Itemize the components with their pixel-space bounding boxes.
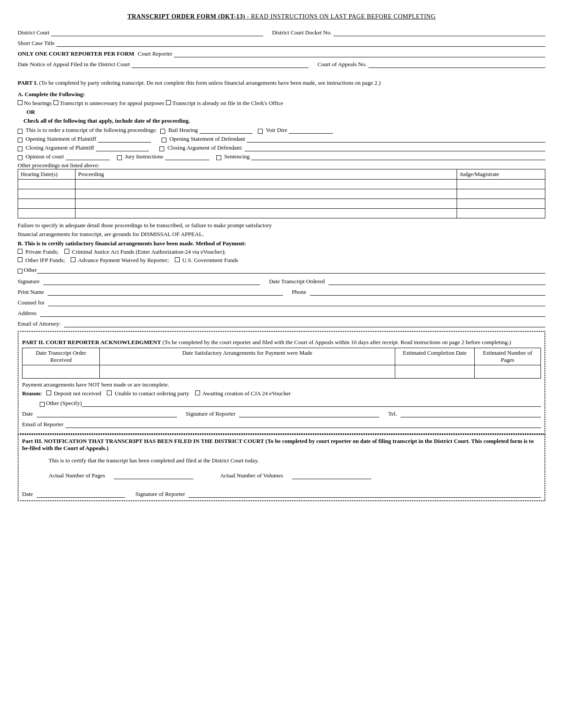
deposit-not-received-label: Deposit not received bbox=[54, 390, 102, 397]
advance-payment-checkbox[interactable] bbox=[71, 257, 76, 262]
sentencing-label: Sentencing bbox=[224, 153, 250, 160]
opening-defendant-field[interactable] bbox=[247, 135, 545, 143]
hearing-table: Hearing Date(s) Proceeding Judge/Magistr… bbox=[18, 169, 545, 218]
other-label: Other bbox=[24, 266, 37, 274]
other-checkbox[interactable] bbox=[18, 269, 23, 274]
other-specify-field[interactable] bbox=[82, 399, 541, 407]
other-field[interactable] bbox=[37, 266, 545, 274]
email-reporter-field[interactable] bbox=[65, 420, 541, 428]
or-label: OR bbox=[26, 109, 545, 116]
other-specify-checkbox[interactable] bbox=[40, 402, 45, 407]
cja-funds-checkbox[interactable] bbox=[64, 249, 69, 254]
opening-plaintiff-checkbox[interactable] bbox=[18, 138, 23, 143]
reporter-cell4[interactable] bbox=[475, 365, 541, 379]
deposit-not-received-checkbox[interactable] bbox=[46, 390, 51, 395]
closing-plaintiff-checkbox[interactable] bbox=[18, 146, 23, 151]
date-transcript-field[interactable] bbox=[329, 277, 545, 285]
reporter-cell3[interactable] bbox=[395, 365, 475, 379]
sentencing-checkbox[interactable] bbox=[216, 155, 221, 160]
address-field[interactable] bbox=[40, 309, 545, 317]
voir-dire-field[interactable] bbox=[289, 126, 333, 134]
part3-sig-reporter-field[interactable] bbox=[189, 490, 541, 498]
part3-date-field[interactable] bbox=[37, 490, 125, 498]
reporter-cell1[interactable] bbox=[23, 365, 100, 379]
unable-contact-checkbox[interactable] bbox=[107, 390, 112, 395]
already-on-file-label: Transcript is already on file in the Cle… bbox=[172, 100, 283, 107]
judge-cell[interactable] bbox=[457, 189, 545, 199]
actual-volumes-field[interactable] bbox=[292, 471, 371, 479]
table-row bbox=[18, 189, 545, 199]
hearing-date-cell[interactable] bbox=[18, 189, 76, 199]
reporter-cell2[interactable] bbox=[100, 365, 395, 379]
closing-plaintiff-field[interactable] bbox=[96, 144, 149, 151]
order-transcript-checkbox[interactable] bbox=[18, 129, 23, 134]
district-court-field[interactable] bbox=[51, 28, 263, 36]
bail-hearing-field[interactable] bbox=[200, 126, 253, 134]
opening-plaintiff-field[interactable] bbox=[98, 135, 151, 143]
proceedings-row4: Opinion of court Jury Instructions Sente… bbox=[18, 153, 545, 160]
already-on-file-checkbox[interactable] bbox=[166, 100, 171, 105]
private-funds-checkbox[interactable] bbox=[18, 249, 23, 254]
other-proceedings-label: Other proceedings not listed above: bbox=[18, 162, 545, 169]
voir-dire-checkbox[interactable] bbox=[258, 129, 263, 134]
actual-pages-field[interactable] bbox=[114, 471, 193, 479]
signature-field[interactable] bbox=[43, 277, 260, 285]
email-attorney-field[interactable] bbox=[64, 319, 545, 327]
unable-contact-label: Unable to contact ordering party bbox=[115, 390, 189, 397]
us-gov-label: U.S. Government Funds bbox=[182, 257, 238, 263]
date-notice-field[interactable] bbox=[132, 60, 309, 68]
court-appeals-field[interactable] bbox=[368, 60, 545, 68]
sentencing-field[interactable] bbox=[251, 153, 545, 160]
proceeding-cell[interactable] bbox=[76, 209, 457, 218]
hearing-date-cell[interactable] bbox=[18, 199, 76, 209]
docket-field[interactable] bbox=[333, 28, 545, 36]
opinion-label: Opinion of court bbox=[26, 153, 64, 160]
tel-field[interactable] bbox=[401, 409, 541, 417]
judge-cell[interactable] bbox=[457, 199, 545, 209]
date-transcript-label: Date Transcript Ordered bbox=[269, 278, 325, 285]
district-court-row: District Court District Court Docket No. bbox=[18, 28, 545, 36]
voir-dire-label: Voir Dire bbox=[266, 127, 287, 134]
closing-defendant-field[interactable] bbox=[245, 144, 545, 151]
no-hearings-checkbox[interactable] bbox=[18, 100, 23, 105]
email-reporter-label: Email of Reporter bbox=[22, 421, 64, 428]
reporter-col3: Estimated Completion Date bbox=[395, 348, 475, 365]
hearing-date-cell[interactable] bbox=[18, 180, 76, 189]
jury-checkbox[interactable] bbox=[117, 155, 122, 160]
awaiting-cja-label: Awaiting creation of CJA 24 eVoucher bbox=[202, 390, 291, 397]
bail-hearing-label: Bail Hearing bbox=[168, 127, 198, 134]
checkbox-row1: No hearings Transcript is unnecessary fo… bbox=[18, 100, 545, 107]
unnecessary-checkbox[interactable] bbox=[53, 100, 58, 105]
closing-defendant-label: Closing Argument of Defendant: bbox=[167, 144, 243, 151]
print-name-label: Print Name bbox=[18, 289, 44, 296]
judge-cell[interactable] bbox=[457, 209, 545, 218]
proceeding-cell[interactable] bbox=[76, 180, 457, 189]
bail-hearing-checkbox[interactable] bbox=[160, 129, 165, 134]
short-case-title-field[interactable] bbox=[57, 39, 545, 47]
counsel-field[interactable] bbox=[48, 298, 545, 306]
opening-defendant-checkbox[interactable] bbox=[162, 138, 166, 143]
sig-reporter-field[interactable] bbox=[239, 409, 379, 417]
jury-field[interactable] bbox=[165, 153, 209, 160]
court-reporter-sub: Court Reporter bbox=[138, 50, 172, 57]
print-name-field[interactable] bbox=[48, 288, 283, 296]
awaiting-cja-checkbox[interactable] bbox=[195, 390, 200, 395]
us-gov-checkbox[interactable] bbox=[175, 257, 180, 262]
other-ifp-checkbox[interactable] bbox=[18, 257, 23, 262]
proceedings-row2: Opening Statement of Plaintiff Opening S… bbox=[18, 135, 545, 143]
proceeding-cell[interactable] bbox=[76, 189, 457, 199]
date-reporter-label: Date bbox=[22, 410, 33, 417]
hearing-date-cell[interactable] bbox=[18, 209, 76, 218]
court-reporter-field[interactable] bbox=[174, 49, 545, 57]
date-reporter-field[interactable] bbox=[37, 409, 177, 417]
closing-defendant-checkbox[interactable] bbox=[159, 146, 164, 151]
payment-row2: Other IFP Funds; Advance Payment Waived … bbox=[18, 257, 545, 264]
actual-pages-row: Actual Number of Pages Actual Number of … bbox=[49, 471, 541, 479]
proceeding-cell[interactable] bbox=[76, 199, 457, 209]
proceedings-row1: This is to order a transcript of the fol… bbox=[18, 126, 545, 134]
short-case-title-row: Short Case Title bbox=[18, 39, 545, 47]
opinion-checkbox[interactable] bbox=[18, 155, 23, 160]
phone-field[interactable] bbox=[310, 288, 545, 296]
opinion-field[interactable] bbox=[66, 153, 110, 160]
judge-cell[interactable] bbox=[457, 180, 545, 189]
